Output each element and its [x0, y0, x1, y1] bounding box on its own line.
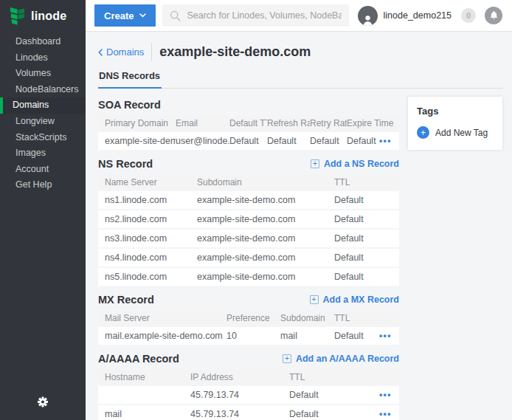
table-body: ns1.linode.comexample-site-demo.comDefau… — [98, 191, 399, 286]
logo-wordmark: linode — [31, 10, 66, 23]
search-input[interactable] — [187, 10, 341, 21]
column-header: Hostname — [98, 372, 190, 382]
notifications-bell-icon[interactable] — [485, 7, 502, 24]
row-actions-menu-icon[interactable]: ••• — [379, 331, 392, 340]
create-button-label: Create — [104, 10, 134, 21]
table-cell: Default — [334, 233, 399, 244]
tags-panel: Tags + Add New Tag — [408, 97, 502, 150]
sidebar-item-label: Account — [15, 164, 49, 174]
row-actions-menu-icon[interactable]: ••• — [379, 137, 392, 145]
ns-record-section: NS Record + Add a NS Record Name ServerS… — [98, 157, 399, 286]
column-header: Default TTL — [229, 118, 267, 128]
topbar: Create linode_demo215 0 — [86, 0, 512, 32]
notification-count-badge[interactable]: 0 — [461, 8, 476, 23]
sidebar-item-longview[interactable]: Longview — [0, 114, 86, 130]
add-plus-icon: + — [310, 295, 319, 304]
table-cell: 10 — [226, 331, 280, 341]
settings-gear-icon[interactable] — [38, 396, 49, 410]
global-search[interactable] — [162, 4, 348, 27]
sidebar-item-dashboard[interactable]: Dashboard — [0, 34, 86, 50]
chevron-left-icon — [98, 49, 103, 56]
add-ns-record-button[interactable]: + Add a NS Record — [311, 159, 399, 169]
create-button[interactable]: Create — [94, 4, 156, 27]
table-cell: Default — [310, 136, 347, 146]
sidebar: linode Dashboard Linodes Volumes NodeBal… — [0, 0, 86, 420]
content: Domains example-site-demo.com DNS Record… — [86, 32, 512, 420]
section-title: A/AAAA Record — [98, 353, 179, 365]
sidebar-item-linodes[interactable]: Linodes — [0, 50, 86, 66]
username[interactable]: linode_demo215 — [384, 10, 452, 21]
tags-panel-title: Tags — [417, 106, 494, 117]
column-header: TTL — [334, 313, 399, 323]
sidebar-item-label: Domains — [13, 100, 49, 110]
table-cell: example-site-demo.com — [98, 136, 176, 146]
table-cell: ns3.linode.com — [98, 233, 197, 244]
add-button-label: Add a MX Record — [323, 295, 400, 305]
column-header: Subdomain — [197, 177, 334, 187]
column-header: TTL — [289, 372, 399, 382]
table-cell: Default — [334, 214, 399, 224]
sidebar-item-label: Longview — [15, 116, 55, 126]
table-cell: example-site-demo.com — [197, 252, 334, 263]
table-header-row: Name ServerSubdomainTTL — [98, 175, 399, 190]
column-header: IP Address — [190, 372, 289, 382]
table-row: example-site-demo.comuser@linode.comDefa… — [98, 132, 399, 150]
sidebar-item-label: Volumes — [15, 68, 51, 78]
table-cell: Default — [334, 252, 399, 263]
table-cell: Default — [267, 136, 310, 146]
add-button-label: Add a NS Record — [324, 159, 399, 169]
breadcrumb-divider — [151, 43, 152, 61]
a-aaaa-record-table: HostnameIP AddressTTL 45.79.13.74Default… — [98, 370, 399, 420]
user-avatar[interactable] — [358, 6, 378, 26]
sidebar-item-account[interactable]: Account — [0, 162, 86, 178]
table-cell: Default — [229, 136, 267, 146]
table-cell: 45.79.13.74 — [190, 409, 289, 419]
search-icon — [170, 10, 181, 21]
sidebar-item-get-help[interactable]: Get Help — [0, 177, 86, 193]
table-cell: 45.79.13.74 — [190, 390, 289, 400]
column-header: Mail Server — [98, 313, 226, 323]
linode-cloud-manager: linode Dashboard Linodes Volumes NodeBal… — [0, 0, 512, 420]
row-actions-menu-icon[interactable]: ••• — [379, 390, 392, 399]
section-title: MX Record — [98, 294, 154, 306]
table-cell: ns5.linode.com — [98, 272, 197, 282]
sidebar-item-label: Linodes — [15, 52, 48, 63]
breadcrumb-back-link[interactable]: Domains — [98, 47, 144, 58]
table-cell: ns4.linode.com — [98, 252, 197, 263]
column-header: Name Server — [98, 177, 197, 187]
sidebar-item-nodebalancers[interactable]: NodeBalancers — [0, 82, 86, 98]
table-body: 45.79.13.74Default•••mail45.79.13.74Defa… — [98, 386, 399, 420]
row-actions-menu-icon[interactable]: ••• — [379, 410, 392, 419]
sidebar-item-volumes[interactable]: Volumes — [0, 66, 86, 82]
tab-dns-records[interactable]: DNS Records — [98, 70, 162, 89]
section-title: SOA Record — [98, 99, 161, 111]
linode-logo[interactable]: linode — [0, 0, 86, 32]
soa-record-section: SOA Record Primary DomainEmailDefault TT… — [98, 98, 399, 150]
add-mx-record-button[interactable]: + Add a MX Record — [310, 295, 400, 305]
sidebar-item-stackscripts[interactable]: StackScripts — [0, 130, 86, 146]
add-new-tag-button[interactable]: + Add New Tag — [417, 126, 488, 139]
ns-record-table: Name ServerSubdomainTTL ns1.linode.comex… — [98, 175, 399, 286]
add-a-aaaa-record-button[interactable]: + Add an A/AAAA Record — [283, 354, 399, 364]
table-row: 45.79.13.74Default••• — [98, 386, 399, 404]
column-header: Subdomain — [280, 313, 334, 323]
soa-record-table: Primary DomainEmailDefault TTLRefresh Ra… — [98, 116, 399, 150]
table-cell: example-site-demo.com — [197, 195, 334, 205]
main-area: Create linode_demo215 0 — [86, 0, 512, 420]
add-tag-label: Add New Tag — [435, 128, 488, 138]
mx-record-table: Mail ServerPreferenceSubdomainTTL mail.e… — [98, 311, 399, 345]
section-title: NS Record — [98, 158, 153, 170]
table-cell: user@linode.com — [176, 136, 229, 146]
mx-record-section: MX Record + Add a MX Record Mail ServerP… — [98, 293, 399, 345]
tab-bar: DNS Records — [98, 69, 502, 89]
table-cell: ns2.linode.com — [98, 214, 197, 224]
table-cell: example-site-demo.com — [197, 272, 334, 282]
column-header: Retry Rate — [310, 118, 347, 128]
sidebar-item-label: Get Help — [15, 179, 52, 190]
table-row: ns5.linode.comexample-site-demo.comDefau… — [98, 268, 399, 286]
breadcrumb-back-label: Domains — [106, 47, 144, 58]
add-plus-icon: + — [283, 354, 291, 363]
sidebar-item-images[interactable]: Images — [0, 145, 86, 162]
sidebar-item-domains[interactable]: Domains — [0, 97, 86, 114]
table-row: mail45.79.13.74Default••• — [98, 405, 399, 420]
